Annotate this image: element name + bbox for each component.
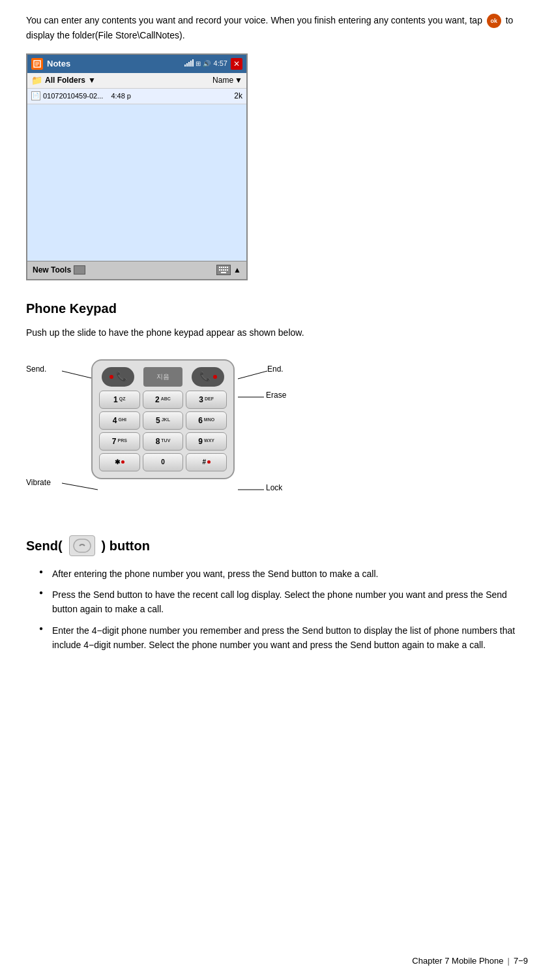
svg-rect-13 [225, 269, 226, 271]
svg-rect-9 [227, 267, 228, 268]
up-arrow-icon: ▲ [233, 264, 241, 276]
key-8: 8TUV [143, 432, 184, 451]
key-hash: # [186, 453, 227, 471]
key-4: 4GHI [99, 411, 140, 430]
label-vibrate: Vibrate [26, 477, 51, 503]
label-erase: Erase [266, 389, 383, 401]
key-1: 1QZ [99, 391, 140, 409]
keypad-bottom-row: ✱ 0 # [99, 453, 227, 471]
key-3: 3DEF [186, 391, 227, 409]
phone-folder-bar: 📁 All Folders ▼ Name ▼ [27, 73, 246, 89]
file-time: 4:48 p [111, 91, 131, 102]
footer-page: 7−9 [514, 955, 528, 968]
file-left: 📄 01072010459-02... 4:48 p [31, 91, 131, 102]
phone-bottom-bar: New Tools ▲ [27, 261, 246, 279]
phone-body [27, 104, 246, 261]
keypad-number-grid: 1QZ 2ABC 3DEF 4GHI 5JKL 6MNO 7PRS 8TUV 9… [99, 391, 227, 451]
volume-icon: 🔊 [203, 59, 211, 68]
keypad-diagram: Send. End. Erase Vibrate Lock 📞 지음 📞 [26, 353, 339, 522]
svg-rect-15 [221, 272, 226, 273]
phone-status-icons: ⊞ 🔊 4:57 ✕ [184, 58, 242, 70]
key-star: ✱ [99, 453, 140, 471]
label-send: Send. [26, 363, 46, 375]
svg-rect-5 [219, 267, 220, 268]
svg-rect-7 [223, 267, 224, 268]
wifi-icon: ⊞ [196, 59, 201, 68]
bullet-item-3: Enter the 4−digit phone number you remem… [39, 623, 528, 653]
svg-line-16 [62, 371, 95, 379]
send-icon-box [69, 535, 95, 556]
footer-chapter: Chapter 7 Mobile Phone [412, 955, 503, 968]
svg-rect-12 [223, 269, 224, 271]
close-button[interactable]: ✕ [231, 58, 242, 70]
time-display: 4:57 [214, 58, 227, 69]
key-0: 0 [143, 453, 184, 471]
right-icons: ▲ [216, 264, 241, 276]
keypad-image: 📞 지음 📞 1QZ 2ABC 3DEF 4GHI 5JKL 6MNO 7PRS [91, 359, 235, 479]
file-name: 01072010459-02... [43, 91, 103, 102]
folder-icon: 📁 [31, 74, 42, 87]
name-label: Name ▼ [212, 74, 242, 86]
notes-app-icon [31, 58, 43, 70]
svg-rect-10 [219, 269, 220, 271]
key-7: 7PRS [99, 432, 140, 451]
keypad-device: 📞 지음 📞 1QZ 2ABC 3DEF 4GHI 5JKL 6MNO 7PRS [91, 359, 235, 479]
phone-file-row: 📄 01072010459-02... 4:48 p 2k [27, 89, 246, 104]
file-icon: 📄 [31, 91, 40, 100]
page-footer: Chapter 7 Mobile Phone | 7−9 [412, 955, 528, 968]
key-2: 2ABC [143, 391, 184, 409]
toolbar-icon [74, 265, 85, 275]
korean-button: 지음 [143, 367, 182, 387]
end-dot [213, 375, 217, 379]
svg-rect-21 [74, 539, 91, 552]
svg-rect-11 [221, 269, 222, 271]
intro-text-1: You can enter any contents you want and … [26, 15, 482, 25]
intro-paragraph: You can enter any contents you want and … [26, 13, 528, 43]
phone-titlebar: Notes ⊞ 🔊 4:57 ✕ [27, 55, 246, 73]
new-tools-text: New Tools [33, 264, 85, 276]
bullet-item-1: After entering the phone number you want… [39, 567, 528, 581]
send-button-key: 📞 [102, 367, 134, 387]
end-receiver-icon: 📞 [199, 370, 211, 383]
send-section-title: Send( ) button [26, 535, 528, 556]
key-5: 5JKL [143, 411, 184, 430]
keypad-description: Push up the slide to have the phone keyp… [26, 326, 528, 340]
folder-label: All Folders [45, 74, 85, 86]
keypad-top-row: 📞 지음 📞 [99, 367, 227, 387]
svg-rect-6 [221, 267, 222, 268]
receiver-icon: 📞 [116, 370, 127, 383]
phone-titlebar-left: Notes [31, 57, 70, 70]
ok-icon [487, 14, 501, 28]
phone-title: Notes [47, 57, 70, 70]
svg-line-19 [62, 483, 98, 490]
keyboard-icon [216, 265, 231, 275]
send-dot [109, 375, 113, 379]
keypad-section-title: Phone Keypad [26, 299, 528, 318]
bullet-item-2: Press the Send button to have the recent… [39, 587, 528, 617]
send-bullet-list: After entering the phone number you want… [26, 567, 528, 653]
key-9: 9WXY [186, 432, 227, 451]
footer-divider: | [508, 955, 510, 968]
svg-rect-14 [227, 269, 228, 271]
file-size: 2k [234, 90, 242, 102]
label-end: End. [267, 363, 378, 375]
signal-icon [184, 59, 194, 69]
svg-line-17 [238, 371, 267, 379]
end-button-key: 📞 [192, 367, 224, 387]
phone-screenshot: Notes ⊞ 🔊 4:57 ✕ 📁 All Folder [26, 53, 248, 280]
label-lock: Lock [266, 482, 372, 503]
svg-rect-8 [225, 267, 226, 268]
folder-arrow: ▼ [88, 74, 96, 86]
key-6: 6MNO [186, 411, 227, 430]
folder-left: 📁 All Folders ▼ [31, 74, 96, 87]
